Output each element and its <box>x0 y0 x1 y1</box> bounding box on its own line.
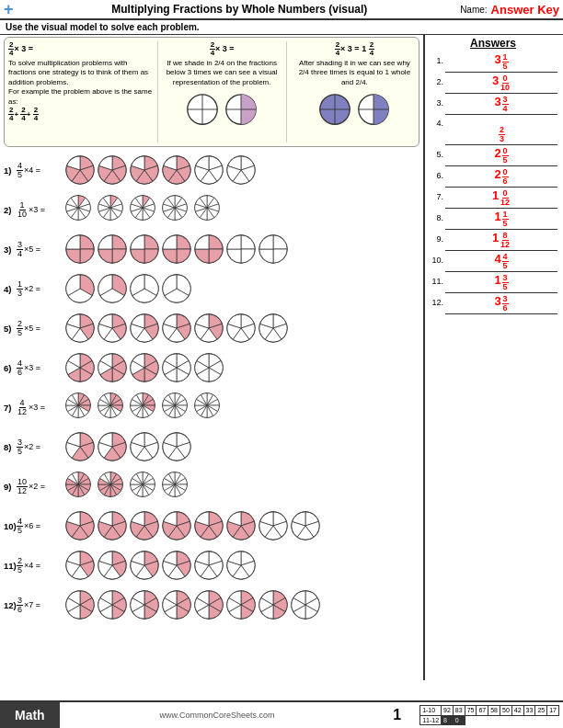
answer-frac-8: 1 1 5 <box>494 210 508 228</box>
pie-9-2 <box>129 471 160 502</box>
answer-row-4: 4. 2 3 <box>429 117 557 145</box>
pie-3-3 <box>161 233 192 265</box>
pie-3-4 <box>193 233 224 265</box>
pie-6-0 <box>64 352 96 383</box>
pie-10-6 <box>258 510 289 541</box>
pie-11-2 <box>129 550 160 581</box>
page-title: Multiplying Fractions by Whole Numbers (… <box>19 3 461 16</box>
answer-value-5: 2 0 5 <box>445 147 557 166</box>
circles-row-11 <box>64 550 419 581</box>
pie-7-3 <box>161 392 192 423</box>
answer-value-12: 3 3 6 <box>445 295 557 314</box>
pie-11-3 <box>161 550 192 581</box>
problem-label-10: 10) <box>4 521 17 531</box>
example-section-1: 24× 3 = To solve multiplication problems… <box>8 41 154 142</box>
pie-2-3 <box>161 194 192 225</box>
problem-expr-7: 412×3 = <box>17 399 64 416</box>
pie-9-1 <box>97 471 128 502</box>
pie-12-4 <box>193 589 224 620</box>
circles-row-10 <box>64 510 419 541</box>
pie-11-0 <box>64 550 96 581</box>
answer-frac-10: 4 4 5 <box>494 253 508 270</box>
answer-value-10: 4 4 5 <box>445 253 557 272</box>
pie-7-1 <box>97 392 128 423</box>
answer-frac-4: 2 3 <box>498 126 505 143</box>
pie-8-2 <box>129 431 160 462</box>
answer-row-3: 3. 3 3 4 <box>429 96 557 115</box>
problem-expr-6: 46×3 = <box>17 359 64 377</box>
pie-2-0 <box>64 194 96 225</box>
pie-5-0 <box>64 313 96 344</box>
problem-row-10: 10)45×6 = <box>4 506 419 545</box>
example-section-2: 24× 3 = If we shade in 2/4 on the fracti… <box>157 41 287 142</box>
answer-num-8: 8. <box>429 213 443 222</box>
problem-expr-12: 36×7 = <box>17 597 64 614</box>
pie-10-7 <box>290 510 321 541</box>
problem-row-8: 8)35×2 = <box>4 427 419 466</box>
circles-row-6 <box>64 352 419 383</box>
pie-4-2 <box>129 273 160 304</box>
pie-12-5 <box>225 589 257 620</box>
footer: Math www.CommonCoreSheets.com 1 1-109283… <box>0 700 563 728</box>
problem-label-5: 5) <box>4 324 17 334</box>
problems-container: 1)45×4 =2)110×3 =3)34×5 =4)13×2 =5)25×5 … <box>4 151 419 624</box>
answer-value-4: 2 3 <box>445 117 557 145</box>
pie-8-0 <box>64 431 96 462</box>
answer-frac-2: 3 0 10 <box>492 74 511 92</box>
problem-label-2: 2) <box>4 205 17 215</box>
pie-12-3 <box>161 589 192 620</box>
answers-container: 1. 3 1 5 2. 3 0 10 3. 3 3 4 4. 2 3 5. 2 … <box>429 53 557 314</box>
answer-frac-9: 1 8 12 <box>492 232 511 249</box>
pie-5-6 <box>258 313 289 344</box>
problem-label-9: 9) <box>4 482 17 492</box>
pie-5-5 <box>225 313 257 344</box>
problem-label-4: 4) <box>4 284 17 294</box>
pie-3-1 <box>97 233 128 265</box>
answer-num-3: 3. <box>429 98 443 108</box>
pie-12-6 <box>258 589 289 620</box>
pie-4-1 <box>97 273 128 304</box>
pie-1-4 <box>193 154 224 186</box>
problem-label-11: 11) <box>4 561 17 571</box>
problem-expr-9: 1012×2 = <box>17 478 64 495</box>
pie-12-1 <box>97 589 128 620</box>
footer-page-number: 1 <box>374 707 419 723</box>
problem-row-11: 11)25×4 = <box>4 546 419 585</box>
pie-11-5 <box>225 550 257 581</box>
pie-10-4 <box>193 510 224 541</box>
answer-row-1: 1. 3 1 5 <box>429 53 557 73</box>
circles-row-3 <box>64 233 419 265</box>
answer-frac-12: 3 3 6 <box>494 295 508 313</box>
pie-3-5 <box>225 233 257 265</box>
pie-2-1 <box>97 194 128 225</box>
pie-11-4 <box>193 550 224 581</box>
problems-area: 24× 3 = To solve multiplication problems… <box>0 35 423 680</box>
pie-5-4 <box>193 313 224 344</box>
answer-value-6: 2 0 6 <box>445 168 557 188</box>
circles-row-7 <box>64 392 419 423</box>
answer-panel: Answers 1. 3 1 5 2. 3 0 10 3. 3 3 4 4. 2… <box>423 35 561 680</box>
answer-key-label: Answer Key <box>491 3 559 17</box>
answer-num-10: 10. <box>429 256 443 265</box>
answer-value-9: 1 8 12 <box>445 232 557 251</box>
answer-row-2: 2. 3 0 10 <box>429 74 557 94</box>
answer-frac-7: 1 0 12 <box>492 189 511 207</box>
pie-1-3 <box>161 154 192 186</box>
answer-row-5: 5. 2 0 5 <box>429 147 557 166</box>
pie-2-4 <box>193 194 224 225</box>
pie-11-1 <box>97 550 128 581</box>
pie-6-2 <box>129 352 160 383</box>
problem-expr-3: 34×5 = <box>17 241 64 258</box>
pie-1-1 <box>97 154 128 186</box>
pie-10-0 <box>64 510 96 541</box>
circles-row-1 <box>64 154 419 186</box>
problem-label-6: 6) <box>4 363 17 373</box>
footer-stats: 1-1092837567585042332517 11-1280 <box>419 705 563 726</box>
pie-3-2 <box>129 233 160 265</box>
pie-6-1 <box>97 352 128 383</box>
answer-row-6: 6. 2 0 6 <box>429 168 557 188</box>
answer-frac-6: 2 0 6 <box>494 168 508 186</box>
answer-num-12: 12. <box>429 298 443 307</box>
name-label: Name: <box>460 5 487 15</box>
answer-num-7: 7. <box>429 192 443 201</box>
